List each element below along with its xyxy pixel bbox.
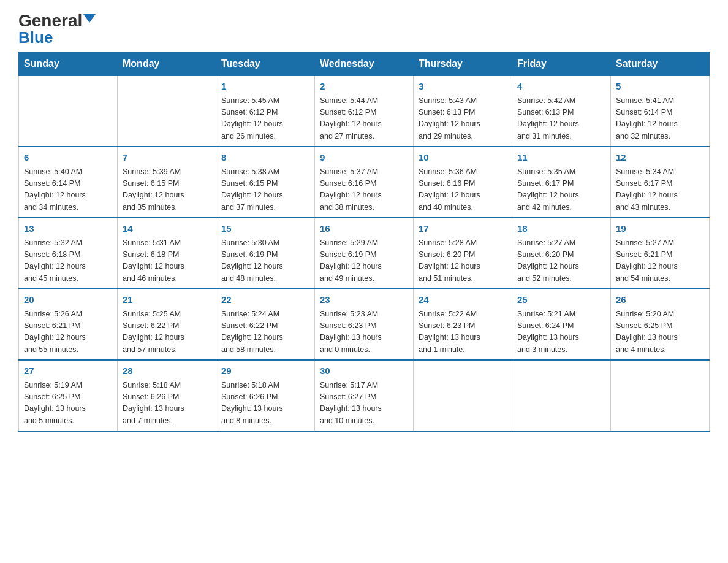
calendar-cell: 21Sunrise: 5:25 AM Sunset: 6:22 PM Dayli… <box>118 289 216 360</box>
calendar-cell: 26Sunrise: 5:20 AM Sunset: 6:25 PM Dayli… <box>611 289 710 360</box>
day-info: Sunrise: 5:28 AM Sunset: 6:20 PM Dayligh… <box>419 237 507 285</box>
calendar-header-tuesday: Tuesday <box>216 52 315 76</box>
day-number: 10 <box>419 151 507 165</box>
calendar-cell: 5Sunrise: 5:41 AM Sunset: 6:14 PM Daylig… <box>611 76 710 147</box>
calendar-cell: 28Sunrise: 5:18 AM Sunset: 6:26 PM Dayli… <box>118 360 216 431</box>
day-info: Sunrise: 5:22 AM Sunset: 6:23 PM Dayligh… <box>419 308 507 356</box>
day-info: Sunrise: 5:31 AM Sunset: 6:18 PM Dayligh… <box>123 237 211 285</box>
calendar-cell: 7Sunrise: 5:39 AM Sunset: 6:15 PM Daylig… <box>118 147 216 218</box>
day-number: 14 <box>123 222 211 236</box>
day-info: Sunrise: 5:23 AM Sunset: 6:23 PM Dayligh… <box>320 308 408 356</box>
calendar-week-row: 1Sunrise: 5:45 AM Sunset: 6:12 PM Daylig… <box>19 76 710 147</box>
day-number: 30 <box>320 364 408 378</box>
calendar-cell: 6Sunrise: 5:40 AM Sunset: 6:14 PM Daylig… <box>19 147 118 218</box>
day-number: 16 <box>320 222 408 236</box>
calendar-cell: 10Sunrise: 5:36 AM Sunset: 6:16 PM Dayli… <box>414 147 512 218</box>
calendar-cell: 8Sunrise: 5:38 AM Sunset: 6:15 PM Daylig… <box>216 147 315 218</box>
day-info: Sunrise: 5:42 AM Sunset: 6:13 PM Dayligh… <box>517 95 605 143</box>
day-number: 20 <box>24 293 112 307</box>
day-number: 23 <box>320 293 408 307</box>
calendar-cell: 13Sunrise: 5:32 AM Sunset: 6:18 PM Dayli… <box>19 218 118 289</box>
day-info: Sunrise: 5:17 AM Sunset: 6:27 PM Dayligh… <box>320 380 408 427</box>
day-info: Sunrise: 5:41 AM Sunset: 6:14 PM Dayligh… <box>616 95 704 143</box>
calendar-week-row: 27Sunrise: 5:19 AM Sunset: 6:25 PM Dayli… <box>19 360 710 431</box>
calendar-cell <box>512 360 611 431</box>
calendar-cell: 11Sunrise: 5:35 AM Sunset: 6:17 PM Dayli… <box>512 147 611 218</box>
day-info: Sunrise: 5:39 AM Sunset: 6:15 PM Dayligh… <box>123 166 211 214</box>
calendar-cell: 14Sunrise: 5:31 AM Sunset: 6:18 PM Dayli… <box>118 218 216 289</box>
calendar-cell: 15Sunrise: 5:30 AM Sunset: 6:19 PM Dayli… <box>216 218 315 289</box>
day-number: 5 <box>616 80 704 94</box>
calendar-week-row: 6Sunrise: 5:40 AM Sunset: 6:14 PM Daylig… <box>19 147 710 218</box>
day-number: 13 <box>24 222 112 236</box>
calendar-cell: 9Sunrise: 5:37 AM Sunset: 6:16 PM Daylig… <box>315 147 414 218</box>
calendar-cell: 29Sunrise: 5:18 AM Sunset: 6:26 PM Dayli… <box>216 360 315 431</box>
logo-sub-text: Blue <box>18 29 53 45</box>
day-number: 22 <box>221 293 309 307</box>
day-number: 15 <box>221 222 309 236</box>
day-info: Sunrise: 5:43 AM Sunset: 6:13 PM Dayligh… <box>419 95 507 143</box>
day-number: 29 <box>221 364 309 378</box>
calendar-week-row: 20Sunrise: 5:26 AM Sunset: 6:21 PM Dayli… <box>19 289 710 360</box>
calendar-cell <box>611 360 710 431</box>
day-number: 18 <box>517 222 605 236</box>
calendar-cell: 4Sunrise: 5:42 AM Sunset: 6:13 PM Daylig… <box>512 76 611 147</box>
day-number: 3 <box>419 80 507 94</box>
day-info: Sunrise: 5:37 AM Sunset: 6:16 PM Dayligh… <box>320 166 408 214</box>
calendar-week-row: 13Sunrise: 5:32 AM Sunset: 6:18 PM Dayli… <box>19 218 710 289</box>
day-info: Sunrise: 5:38 AM Sunset: 6:15 PM Dayligh… <box>221 166 309 214</box>
calendar-cell <box>118 76 216 147</box>
day-info: Sunrise: 5:32 AM Sunset: 6:18 PM Dayligh… <box>24 237 112 285</box>
day-info: Sunrise: 5:34 AM Sunset: 6:17 PM Dayligh… <box>616 166 704 214</box>
calendar-cell: 2Sunrise: 5:44 AM Sunset: 6:12 PM Daylig… <box>315 76 414 147</box>
day-info: Sunrise: 5:18 AM Sunset: 6:26 PM Dayligh… <box>221 380 309 427</box>
day-number: 7 <box>123 151 211 165</box>
day-info: Sunrise: 5:36 AM Sunset: 6:16 PM Dayligh… <box>419 166 507 214</box>
day-number: 21 <box>123 293 211 307</box>
day-number: 11 <box>517 151 605 165</box>
day-number: 2 <box>320 80 408 94</box>
day-number: 26 <box>616 293 704 307</box>
calendar-cell: 20Sunrise: 5:26 AM Sunset: 6:21 PM Dayli… <box>19 289 118 360</box>
day-number: 28 <box>123 364 211 378</box>
calendar-cell: 24Sunrise: 5:22 AM Sunset: 6:23 PM Dayli… <box>414 289 512 360</box>
calendar-header-wednesday: Wednesday <box>315 52 414 76</box>
calendar-header-monday: Monday <box>118 52 216 76</box>
day-number: 17 <box>419 222 507 236</box>
day-number: 24 <box>419 293 507 307</box>
day-info: Sunrise: 5:45 AM Sunset: 6:12 PM Dayligh… <box>221 95 309 143</box>
day-number: 1 <box>221 80 309 94</box>
calendar-header-thursday: Thursday <box>414 52 512 76</box>
logo-main-text: General <box>18 12 82 29</box>
calendar-cell: 25Sunrise: 5:21 AM Sunset: 6:24 PM Dayli… <box>512 289 611 360</box>
calendar-cell <box>19 76 118 147</box>
calendar-header-row: SundayMondayTuesdayWednesdayThursdayFrid… <box>19 52 710 76</box>
calendar-cell: 3Sunrise: 5:43 AM Sunset: 6:13 PM Daylig… <box>414 76 512 147</box>
calendar-cell: 18Sunrise: 5:27 AM Sunset: 6:20 PM Dayli… <box>512 218 611 289</box>
day-number: 25 <box>517 293 605 307</box>
day-info: Sunrise: 5:27 AM Sunset: 6:20 PM Dayligh… <box>517 237 605 285</box>
day-info: Sunrise: 5:35 AM Sunset: 6:17 PM Dayligh… <box>517 166 605 214</box>
calendar-cell: 22Sunrise: 5:24 AM Sunset: 6:22 PM Dayli… <box>216 289 315 360</box>
day-info: Sunrise: 5:29 AM Sunset: 6:19 PM Dayligh… <box>320 237 408 285</box>
day-number: 12 <box>616 151 704 165</box>
calendar-header-saturday: Saturday <box>611 52 710 76</box>
calendar-cell: 12Sunrise: 5:34 AM Sunset: 6:17 PM Dayli… <box>611 147 710 218</box>
day-info: Sunrise: 5:20 AM Sunset: 6:25 PM Dayligh… <box>616 308 704 356</box>
day-info: Sunrise: 5:21 AM Sunset: 6:24 PM Dayligh… <box>517 308 605 356</box>
calendar-header-friday: Friday <box>512 52 611 76</box>
calendar-cell <box>414 360 512 431</box>
calendar-cell: 30Sunrise: 5:17 AM Sunset: 6:27 PM Dayli… <box>315 360 414 431</box>
calendar-header-sunday: Sunday <box>19 52 118 76</box>
day-number: 9 <box>320 151 408 165</box>
day-info: Sunrise: 5:26 AM Sunset: 6:21 PM Dayligh… <box>24 308 112 356</box>
calendar-cell: 16Sunrise: 5:29 AM Sunset: 6:19 PM Dayli… <box>315 218 414 289</box>
day-number: 19 <box>616 222 704 236</box>
day-info: Sunrise: 5:18 AM Sunset: 6:26 PM Dayligh… <box>123 380 211 427</box>
logo: General Blue <box>18 12 96 45</box>
calendar-cell: 17Sunrise: 5:28 AM Sunset: 6:20 PM Dayli… <box>414 218 512 289</box>
calendar-cell: 27Sunrise: 5:19 AM Sunset: 6:25 PM Dayli… <box>19 360 118 431</box>
calendar-cell: 23Sunrise: 5:23 AM Sunset: 6:23 PM Dayli… <box>315 289 414 360</box>
calendar-cell: 19Sunrise: 5:27 AM Sunset: 6:21 PM Dayli… <box>611 218 710 289</box>
day-info: Sunrise: 5:27 AM Sunset: 6:21 PM Dayligh… <box>616 237 704 285</box>
